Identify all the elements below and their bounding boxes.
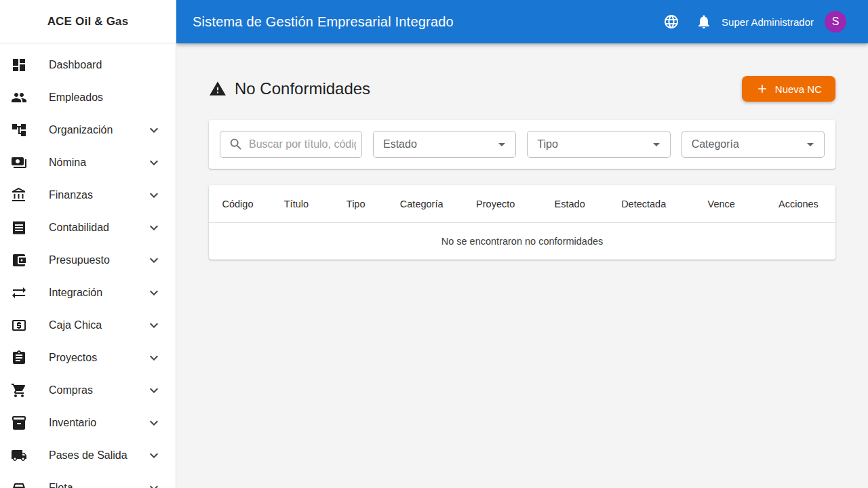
sidebar-item-inventario[interactable]: Inventario: [0, 407, 176, 439]
notifications-bell-icon[interactable]: [696, 14, 712, 30]
nc-table: Código Título Tipo Categoría Proyecto Es…: [209, 185, 835, 260]
page-title: No Conformidades: [235, 79, 370, 98]
sidebar-item-empleados[interactable]: Empleados: [0, 81, 176, 114]
chevron-down-icon: [146, 187, 162, 203]
app-bar: Sistema de Gestión Empresarial Integrado…: [176, 0, 868, 43]
sidebar-item-compras[interactable]: Compras: [0, 374, 176, 407]
chevron-down-icon: [146, 480, 162, 488]
people-icon: [11, 89, 27, 106]
bank-icon: [11, 187, 27, 203]
dashboard-icon: [11, 57, 27, 73]
sidebar-item-flota[interactable]: Flota: [0, 472, 176, 488]
chevron-down-icon: [146, 382, 162, 399]
new-nc-button[interactable]: Nueva NC: [742, 76, 835, 102]
table-header-row: Código Título Tipo Categoría Proyecto Es…: [209, 185, 835, 223]
chevron-down-icon: [146, 447, 162, 464]
warning-icon: [209, 80, 226, 98]
table-header-cell: Título: [267, 199, 326, 209]
sidebar-item-contabilidad[interactable]: Contabilidad: [0, 211, 176, 244]
table-header-cell: Categoría: [386, 199, 458, 209]
inventory-icon: [11, 415, 27, 431]
cash-box-icon: [11, 317, 27, 333]
table-header-cell: Estado: [534, 199, 606, 209]
dropdown-arrow-icon: [494, 136, 510, 152]
user-name: Super Administrador: [722, 16, 814, 28]
sidebar-nav: Dashboard Empleados Organización Nómina: [0, 43, 176, 488]
sidebar-item-caja-chica[interactable]: Caja Chica: [0, 309, 176, 342]
org-tree-icon: [11, 122, 27, 138]
new-nc-button-label: Nueva NC: [775, 83, 822, 95]
chevron-down-icon: [146, 415, 162, 431]
globe-icon[interactable]: [663, 14, 679, 30]
estado-select-label: Estado: [383, 138, 417, 150]
search-input[interactable]: [249, 138, 356, 150]
table-header-cell: Código: [209, 199, 267, 209]
sidebar-item-pases-de-salida[interactable]: Pases de Salida: [0, 439, 176, 472]
clipboard-icon: [11, 350, 27, 366]
chevron-down-icon: [146, 317, 162, 333]
sidebar-item-presupuesto[interactable]: Presupuesto: [0, 244, 176, 277]
truck-icon: [11, 447, 27, 464]
table-header-cell: Proyecto: [458, 199, 534, 209]
table-header-cell: Vence: [682, 199, 762, 209]
filters-card: Estado Tipo Categoría: [209, 120, 835, 169]
table-header-cell: Tipo: [326, 199, 386, 209]
wallet-icon: [11, 252, 27, 268]
table-header-cell: Detectada: [606, 199, 682, 209]
categoria-select[interactable]: Categoría: [682, 131, 825, 158]
chevron-down-icon: [146, 252, 162, 268]
table-empty-message: No se encontraron no conformidades: [209, 223, 835, 260]
search-icon: [229, 137, 243, 152]
sidebar-item-finanzas[interactable]: Finanzas: [0, 179, 176, 211]
payments-icon: [11, 155, 27, 171]
plus-icon: [755, 82, 769, 96]
sidebar-item-organizacion[interactable]: Organización: [0, 114, 176, 146]
tipo-select[interactable]: Tipo: [527, 131, 670, 158]
receipt-icon: [11, 220, 27, 236]
main-content: No Conformidades Nueva NC Estado Tipo Ca…: [176, 43, 868, 488]
dropdown-arrow-icon: [648, 136, 665, 152]
sidebar-item-nomina[interactable]: Nómina: [0, 146, 176, 179]
chevron-down-icon: [146, 220, 162, 236]
app-title: Sistema de Gestión Empresarial Integrado: [193, 14, 454, 30]
page-header: No Conformidades Nueva NC: [209, 76, 835, 102]
sidebar: ACE Oil & Gas Dashboard Empleados Organi…: [0, 0, 176, 488]
dropdown-arrow-icon: [802, 136, 818, 152]
car-icon: [11, 480, 27, 488]
chevron-down-icon: [146, 285, 162, 301]
sidebar-item-dashboard[interactable]: Dashboard: [0, 49, 176, 81]
tipo-select-label: Tipo: [537, 138, 558, 150]
brand-title: ACE Oil & Gas: [0, 0, 176, 43]
chevron-down-icon: [146, 155, 162, 171]
estado-select[interactable]: Estado: [373, 131, 516, 158]
app-bar-actions: Super Administrador S: [663, 11, 846, 33]
search-field: [220, 131, 362, 158]
sidebar-item-integracion[interactable]: Integración: [0, 277, 176, 309]
avatar[interactable]: S: [825, 11, 846, 33]
chevron-down-icon: [146, 122, 162, 138]
cart-icon: [11, 382, 27, 399]
table-header-cell: Acciones: [762, 199, 835, 209]
categoria-select-label: Categoría: [692, 138, 739, 150]
sidebar-item-proyectos[interactable]: Proyectos: [0, 342, 176, 374]
sync-alt-icon: [11, 285, 27, 301]
chevron-down-icon: [146, 350, 162, 366]
